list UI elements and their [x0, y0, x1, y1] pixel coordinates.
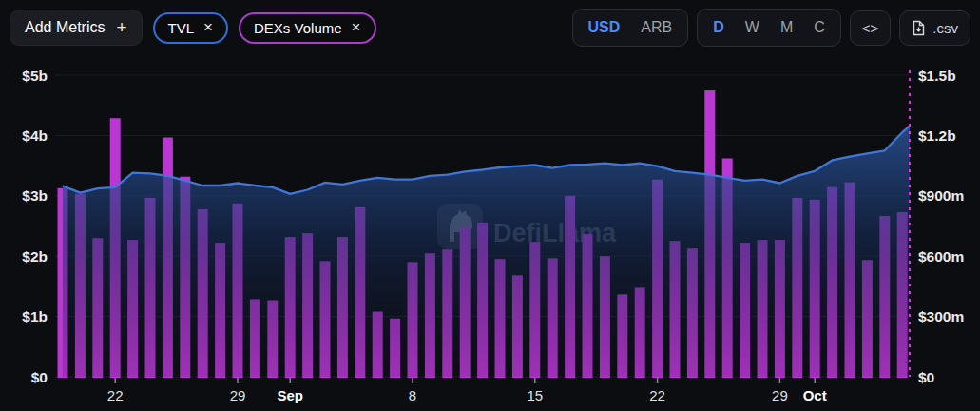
- currency-option-arb[interactable]: ARB: [630, 13, 682, 42]
- x-axis-label: 22: [107, 387, 124, 403]
- defillama-chart-panel: Add Metrics + TVL × DEXs Volume × USD AR…: [0, 0, 980, 411]
- currency-toggle: USD ARB: [572, 9, 689, 47]
- embed-code-icon: <>: [862, 20, 879, 36]
- metric-pill-dexs-volume[interactable]: DEXs Volume ×: [239, 12, 375, 44]
- right-axis-label: $1.2b: [918, 127, 956, 144]
- embed-code-button[interactable]: <>: [850, 10, 892, 46]
- metrics-bar: Add Metrics + TVL × DEXs Volume ×: [10, 10, 376, 46]
- x-axis-label: 8: [409, 387, 416, 403]
- tvl-area-fill: [63, 126, 910, 377]
- metric-pill-dexs-volume-label: DEXs Volume: [254, 20, 342, 36]
- right-axis-label: $1.5b: [918, 68, 956, 84]
- chart-controls: USD ARB D W M C <>: [572, 9, 970, 47]
- metric-pill-tvl-label: TVL: [168, 20, 195, 36]
- interval-option-daily[interactable]: D: [702, 13, 735, 42]
- left-axis-label: $5b: [22, 68, 48, 84]
- x-axis-label: Oct: [803, 387, 827, 403]
- left-axis-label: $1b: [22, 308, 48, 324]
- close-icon[interactable]: ×: [203, 22, 213, 33]
- interval-option-weekly[interactable]: W: [735, 13, 770, 42]
- add-metrics-label: Add Metrics: [25, 19, 105, 36]
- interval-option-monthly[interactable]: M: [770, 13, 803, 42]
- right-axis-label: $600m: [918, 248, 964, 264]
- csv-button-label: .csv: [932, 20, 958, 36]
- right-axis-label: $0: [918, 369, 934, 385]
- interval-toggle: D W M C: [697, 9, 841, 47]
- x-axis-label: 15: [527, 387, 543, 403]
- metric-pill-tvl[interactable]: TVL ×: [153, 12, 228, 44]
- left-axis-label: $4b: [22, 127, 48, 144]
- interval-option-cumulative[interactable]: C: [803, 13, 836, 42]
- toolbar: Add Metrics + TVL × DEXs Volume × USD AR…: [0, 0, 980, 55]
- download-csv-button[interactable]: .csv: [899, 10, 970, 46]
- x-axis-label: 29: [230, 387, 246, 403]
- right-axis-label: $300m: [918, 308, 964, 324]
- x-axis-label: 29: [772, 387, 788, 403]
- file-download-icon: [912, 20, 926, 36]
- plus-icon: +: [116, 21, 126, 34]
- left-axis-label: $0: [31, 369, 48, 385]
- left-axis-label: $2b: [22, 248, 48, 264]
- close-icon[interactable]: ×: [352, 22, 361, 33]
- currency-option-usd[interactable]: USD: [578, 13, 631, 42]
- x-axis-label: 22: [649, 387, 665, 403]
- left-axis-label: $3b: [22, 187, 48, 204]
- add-metrics-button[interactable]: Add Metrics +: [10, 10, 143, 46]
- x-axis-label: Sep: [277, 387, 303, 403]
- tvl-dex-volume-chart[interactable]: DefiLlama$0$1b$2b$3b$4b$5b$0$300m$600m$9…: [0, 0, 980, 411]
- right-axis-label: $900m: [918, 187, 964, 204]
